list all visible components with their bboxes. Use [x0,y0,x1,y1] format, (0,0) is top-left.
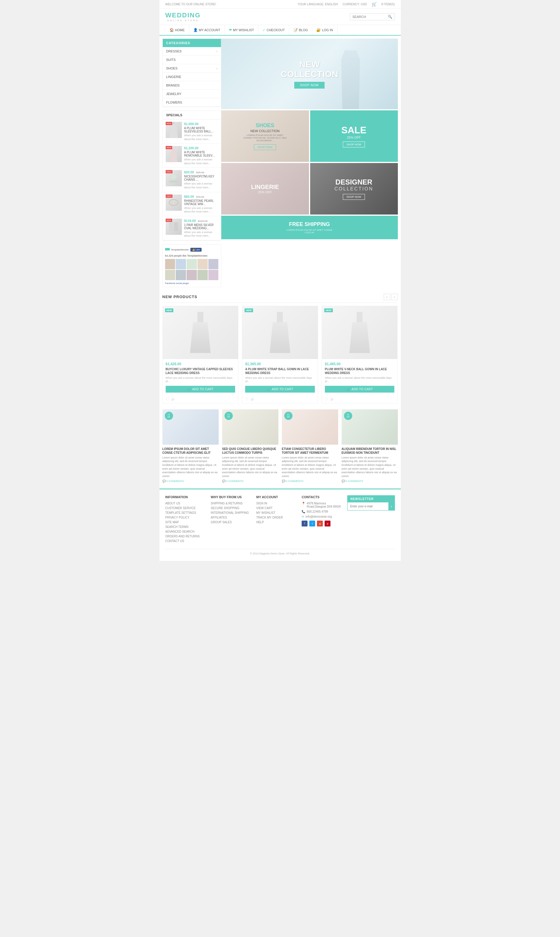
footer-link-group[interactable]: GROUP SALES [211,521,251,524]
footer-link-mywishlist[interactable]: MY WISHLIST [256,511,296,514]
category-suits[interactable]: SUITS [163,55,221,64]
footer-link-intl[interactable]: INTERNATIONAL SHIPPING [211,511,251,514]
nav-item-login[interactable]: 🔐 LOG IN [312,25,337,35]
wishlist-icon[interactable]: ♡ [166,397,169,402]
newsletter-email-input[interactable] [348,502,388,510]
language-selector[interactable]: YOUR LANGUAGE: ENGLISH [297,3,338,6]
footer-link-contact[interactable]: CONTACT US [165,539,205,543]
blog-comments-2[interactable]: 💬 0 COMMENTS [222,480,278,483]
twitter-link[interactable]: t [309,521,315,526]
footer-link-shipping[interactable]: SHIPPING & RETURNS [211,502,251,505]
product-name-2[interactable]: A PLUM WHITE STRAP BALL GOWN IN LACE WED… [245,367,315,375]
blog-title-3[interactable]: ETIAM CONSECTETUR LIBERO TORTOR SIT AMET… [282,447,338,455]
blog-comments-4[interactable]: 💬 0 COMMENTS [342,480,398,483]
prev-arrow[interactable]: ‹ [384,294,390,300]
search-icon[interactable]: 🔍 [388,15,392,19]
add-to-cart-btn-2[interactable]: 🛒 ADD TO CART [245,386,315,392]
googleplus-link[interactable]: g [317,521,323,526]
facebook-link[interactable]: f [302,521,308,526]
compare-icon[interactable]: ⇄ [251,397,254,402]
designer-shop-btn[interactable]: SHOP NOW [343,194,365,200]
search-input[interactable] [352,15,388,18]
blog-comments-1[interactable]: 💬 0 COMMENTS [162,480,218,483]
hero-shop-now-btn[interactable]: SHOP NOW [294,82,325,89]
currency-selector[interactable]: CURRENCY: USD [343,3,367,6]
category-shoes[interactable]: SHOES › [163,64,221,73]
footer-link-signin[interactable]: SIGN IN [256,502,296,505]
blog-title-4[interactable]: ALIQUAM BIBENDUM TORTOR IN NISL EUISMOD … [342,447,398,455]
product-name-1[interactable]: BUYCHIC LUXURY VINTAGE CAPPED SLEEVES LA… [166,367,235,375]
compare-icon[interactable]: ⇄ [331,397,334,402]
footer-link-help[interactable]: HELP [256,521,296,524]
special-badge: NEW [166,146,172,149]
shoes-shop-now-btn[interactable]: SHOP NOW [254,144,276,150]
pinterest-link[interactable]: p [325,521,331,526]
category-lingerie[interactable]: LINGERIE [163,73,221,81]
special-name[interactable]: RHINESTONE PEARL VINTAGE WW... [184,199,218,206]
shoes-banner-title: SHOES [243,122,287,129]
blog-card-3: 1105 ETIAM CONSECTETUR LIBERO TORTOR SIT… [282,409,338,483]
footer-link-track[interactable]: TRACK MY ORDER [256,516,296,519]
wishlist-icon[interactable]: ♡ [325,397,328,402]
blog-title-1[interactable]: LOREM IPSUM DOLOR SIT AMET CONSE CTETUR … [162,447,218,455]
login-icon: 🔐 [316,28,321,32]
special-product-image: SALE [166,170,182,186]
footer-link-affiliates[interactable]: AFFILIATES [211,516,251,519]
facebook-like-btn[interactable]: 👍 Like [191,248,202,252]
blog-comments-3[interactable]: 💬 0 COMMENTS [282,480,338,483]
compare-icon[interactable]: ⇄ [171,397,174,402]
special-name[interactable]: A PLUM WHITE REMOVABLE SLEEV... [184,151,218,157]
category-label: DRESSES [166,49,182,53]
product-desc-3: When you ask a woman about the most memo… [325,376,395,383]
special-item: NEW $1,000.00 A PLUM WHITE SLEEVELESS BA… [163,120,221,144]
cart-icon: 🛒 [187,388,191,391]
svg-point-5 [174,201,177,204]
nav-item-home[interactable]: 🏠 HOME [165,25,189,35]
footer-link-template[interactable]: TEMPLATE SETTINGS [165,511,205,514]
special-name[interactable]: NICESSHOP(TM) KEY CHAINS ... [184,175,218,181]
cart-count[interactable]: 8 ITEM(S) [382,3,395,6]
lingerie-title: LINGERIE [251,184,278,191]
new-products-header: NEW PRODUCTS ‹ › [162,290,398,303]
category-label: SUITS [166,58,176,62]
footer-link-orders[interactable]: ORDERS AND RETURNS [165,535,205,538]
special-price: $1,000.00 [184,122,218,126]
newsletter-submit-btn[interactable]: › [388,502,394,510]
footer-link-about[interactable]: ABOUT US [165,502,205,505]
sale-shop-now-btn[interactable]: SHOP NOW [343,142,365,148]
footer-link-advsearch[interactable]: ADVANCED SEARCH [165,530,205,533]
nav-item-blog[interactable]: 📝 BLOG [289,25,312,35]
logo[interactable]: WEDDING ONLINE STORE [165,11,201,22]
category-dresses[interactable]: DRESSES › [163,47,221,55]
footer-link-customer[interactable]: CUSTOMER SERVICE [165,506,205,510]
footer-link-sitemap[interactable]: SITE MAP [165,521,205,524]
search-box[interactable]: 🔍 [350,13,395,20]
add-to-cart-btn-3[interactable]: 🛒 ADD TO CART [325,386,395,392]
blog-title-2[interactable]: SED QUIS CONGUE LIBERO QUISQUE LUCTUS CO… [222,447,278,455]
nav-label-home: HOME [175,28,185,32]
nav-item-wishlist[interactable]: ❤ MY WISHLIST [225,25,258,35]
contact-email[interactable]: ✉ info@demosioie.org [302,515,342,518]
add-to-cart-btn-1[interactable]: 🛒 ADD TO CART [166,386,235,392]
footer-link-secure[interactable]: SECURE SHOPPING [211,506,251,510]
nav-item-checkout[interactable]: ✓ CHECKOUT [258,25,289,35]
product-name-3[interactable]: PLUM WHITE V-NECK BALL GOWN IN LACE WEDD… [325,367,395,375]
footer-link-search[interactable]: SEARCH TERMS [165,525,205,529]
footer-link-privacy[interactable]: PRIVACY POLICY [165,516,205,519]
facebook-social-plugin[interactable]: Facebook social plugin [165,282,218,285]
nav-item-account[interactable]: 👤 MY ACCOUNT [189,25,225,35]
special-name[interactable]: A PLUM WHITE SLEEVELESS BALL... [184,126,218,133]
footer-link-viewcart[interactable]: VIEW CART [256,506,296,510]
products-grid: NEW $1,426.00 BUYCHIC LUXURY VINTAGE CAP… [162,306,398,403]
special-name[interactable]: 1 PAIR MENS SILVER OVAL WEDDING... [184,223,218,230]
wishlist-icon[interactable]: ♡ [245,397,248,402]
product-card-1: NEW $1,426.00 BUYCHIC LUXURY VINTAGE CAP… [162,306,238,403]
nav-label-wishlist: MY WISHLIST [233,28,254,32]
category-brands[interactable]: BRANDS [163,81,221,90]
category-flowers[interactable]: FLOWERS [163,98,221,107]
footer-grid: INFORMATION ABOUT US CUSTOMER SERVICE TE… [165,495,395,544]
next-arrow[interactable]: › [391,294,398,300]
category-jewelry[interactable]: JEWELRY [163,90,221,98]
social-thumb [208,270,218,280]
product-actions-2: ♡ ⇄ [242,395,318,403]
